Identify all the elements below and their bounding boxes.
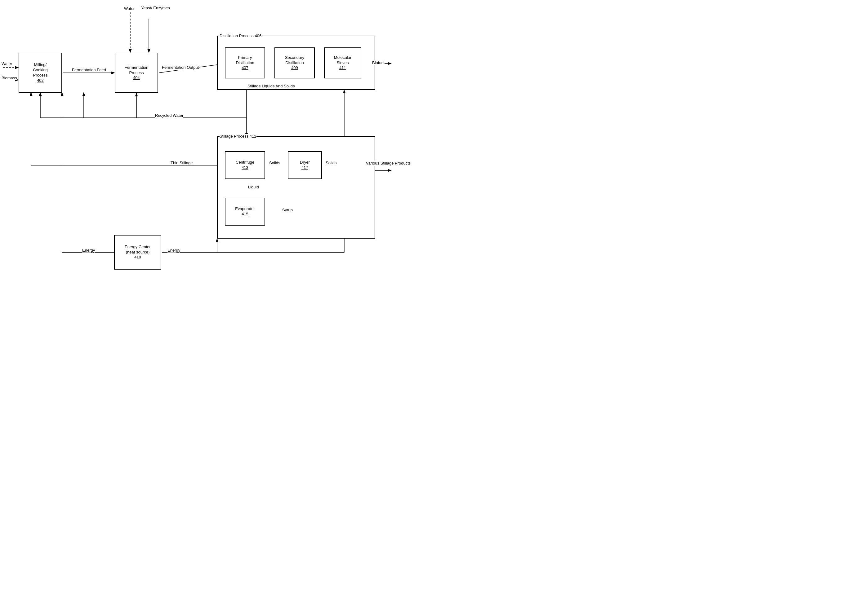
solids1-label: Solids xyxy=(269,160,280,165)
fermentation-label: FermentationProcess xyxy=(125,65,149,76)
energy-center-box: Energy Center(heat source) 418 xyxy=(114,235,161,269)
evaporator-number: 415 xyxy=(242,212,248,217)
yeast-enzymes-label: Yeast/ Enzymes xyxy=(141,6,170,10)
primary-distillation-label: PrimaryDistillation xyxy=(236,55,254,66)
various-stillage-label: Various Stillage Products xyxy=(366,160,410,166)
primary-distillation-number: 407 xyxy=(242,65,248,71)
solids2-label: Solids xyxy=(326,160,337,165)
centrifuge-number: 413 xyxy=(242,165,248,171)
dryer-label: Dryer xyxy=(300,160,310,165)
energy-center-number: 418 xyxy=(134,255,141,260)
energy-left-label: Energy xyxy=(82,248,95,253)
fermentation-output-label: Fermentation Output xyxy=(162,65,199,70)
stillage-liquids-label: Stillage Liquids And Solids xyxy=(248,84,295,88)
energy-right-label: Energy xyxy=(167,248,180,253)
evaporator-label: Evaporator xyxy=(235,206,255,212)
recycled-water-label: Recycled Water xyxy=(155,113,183,118)
distillation-process-label: Distillation Process 406 xyxy=(220,34,261,38)
fermentation-box: FermentationProcess 404 xyxy=(115,53,158,93)
milling-box: Milling/CookingProcess 402 xyxy=(19,53,62,93)
thin-stillage-label: Thin Stillage xyxy=(171,160,193,165)
secondary-distillation-label: SecondaryDistillation xyxy=(285,55,304,66)
primary-distillation-box: PrimaryDistillation 407 xyxy=(225,47,265,78)
molecular-sieves-number: 411 xyxy=(339,65,346,71)
syrup-label: Syrup xyxy=(282,207,293,212)
secondary-distillation-box: SecondaryDistillation 409 xyxy=(275,47,315,78)
water-dashed-label: Water xyxy=(1,61,12,66)
fermentation-feed-label: Fermentation Feed xyxy=(72,68,106,72)
secondary-distillation-number: 409 xyxy=(291,65,298,71)
biofuel-label: Biofuel xyxy=(372,60,385,65)
liquid-label: Liquid xyxy=(248,185,259,189)
milling-number: 402 xyxy=(37,78,44,83)
centrifuge-box: Centrifuge 413 xyxy=(225,151,265,179)
molecular-sieves-box: MolecularSieves 411 xyxy=(324,47,361,78)
molecular-sieves-label: MolecularSieves xyxy=(334,55,351,66)
milling-label: Milling/CookingProcess xyxy=(33,62,48,78)
process-diagram: Distillation Process 406 Stillage Proces… xyxy=(0,0,434,295)
stillage-process-label: Stillage Process 412 xyxy=(220,134,257,138)
water-top-label: Water xyxy=(124,6,134,11)
centrifuge-label: Centrifuge xyxy=(236,160,254,165)
dryer-box: Dryer 417 xyxy=(288,151,322,179)
energy-center-label: Energy Center(heat source) xyxy=(125,244,151,255)
evaporator-box: Evaporator 415 xyxy=(225,198,265,225)
biomass-label: Biomass xyxy=(1,76,17,80)
fermentation-number: 404 xyxy=(133,75,140,81)
dryer-number: 417 xyxy=(301,165,308,171)
